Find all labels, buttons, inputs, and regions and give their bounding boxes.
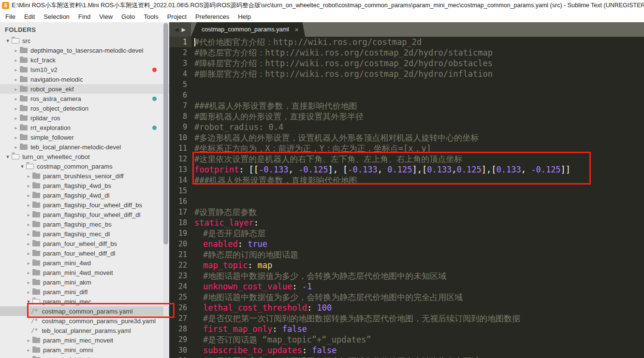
code-line-13[interactable]: 13footprint: [[-0.133, -0.125], [-0.133,… (169, 164, 644, 175)
code-line-20[interactable]: 20enabled: true (169, 239, 644, 249)
code-area[interactable]: 1#代价地图官方介绍：http://wiki.ros.org/costmap_2… (169, 37, 644, 358)
chevron-right-icon[interactable]: ▸ (26, 338, 31, 343)
code-line-3[interactable]: 3#障碍层官方介绍：http://wiki.ros.org/costmap_2d… (169, 58, 644, 69)
sidebar-scrollbar-thumb[interactable] (163, 23, 168, 244)
tree-item-param-flagship-four-wheel-diff-dl[interactable]: ▸param_flagship_four_wheel_diff_dl (0, 210, 169, 219)
tab-back-icon[interactable]: ◀ (175, 27, 178, 33)
menu-item-project[interactable]: Project (163, 12, 191, 22)
code-line-18[interactable]: 18static_layer: (169, 217, 644, 228)
code-line-27[interactable]: 27#是否仅把第一次订阅到的地图数据转换为静态层代价地图，无视后续订阅到的地图数… (169, 313, 644, 324)
tree-item-costmap-common-params-yaml[interactable]: /*costmap_common_params.yaml (0, 306, 169, 316)
tree-item-param-mini-mec-moveit[interactable]: ▸param_mini_mec_moveit (0, 335, 169, 345)
chevron-down-icon[interactable]: ▾ (19, 163, 25, 170)
chevron-right-icon[interactable]: ▸ (26, 212, 31, 217)
code-line-28[interactable]: 28first_map_only: false (169, 324, 644, 334)
code-line-6[interactable]: 6 (169, 90, 644, 100)
menu-item-preferences[interactable]: Preferences (191, 12, 234, 22)
tree-item-param-flagship-mec-bs[interactable]: ▸param_flagship_mec_bs (0, 219, 169, 229)
chevron-right-icon[interactable]: ▸ (26, 260, 31, 266)
tree-item-src[interactable]: ▾src (0, 36, 169, 45)
tree-item-param-flagship-mec-dl[interactable]: ▸param_flagship_mec_dl (0, 229, 169, 239)
code-line-23[interactable]: 23#地图话题中数据值为多少，会转换为静态层代价地图中的未知区域 (169, 271, 644, 281)
chevron-right-icon[interactable]: ▸ (13, 125, 19, 130)
tree-item-simple-follower[interactable]: ▸simple_follower (0, 132, 169, 142)
chevron-right-icon[interactable]: ▸ (26, 280, 31, 285)
chevron-right-icon[interactable]: ▸ (26, 173, 31, 179)
chevron-right-icon[interactable]: ▸ (13, 57, 19, 63)
code-line-16[interactable]: 16 (169, 196, 644, 207)
chevron-right-icon[interactable]: ▸ (13, 77, 19, 82)
tree-item-turn-on-wheeltec-robot[interactable]: ▾turn_on_wheeltec_robot (0, 152, 169, 161)
tree-item-param-mini-tank[interactable]: ▸param_mini_tank (0, 355, 169, 358)
chevron-down-icon[interactable]: ▾ (26, 299, 31, 305)
sidebar-scrollbar-track[interactable] (163, 22, 168, 358)
code-line-25[interactable]: 25#地图话题中数据值为多少，会转换为静态层代价地图中的完全占用区域 (169, 292, 644, 302)
menu-item-find[interactable]: Find (74, 12, 95, 22)
tree-item-param-mini-mec[interactable]: ▾param_mini_mec (0, 297, 169, 306)
chevron-right-icon[interactable]: ▸ (13, 144, 19, 150)
tree-item-param-flagship-four-wheel-diff-bs[interactable]: ▸param_flagship_four_wheel_diff_bs (0, 200, 169, 210)
tab-costmap-common-params-yaml[interactable]: costmap_common_params.yaml × (191, 22, 305, 37)
code-line-5[interactable]: 5 (169, 79, 644, 90)
chevron-right-icon[interactable]: ▸ (13, 96, 19, 101)
chevron-right-icon[interactable]: ▸ (26, 251, 31, 256)
tree-item-param-mini-diff[interactable]: ▸param_mini_diff (0, 287, 169, 297)
code-line-29[interactable]: 29#是否订阅话题 “map_topic”+“_updates” (169, 334, 644, 345)
tree-item-teb-local-planner-params-yaml[interactable]: /*teb_local_planner_params.yaml (0, 326, 169, 335)
chevron-right-icon[interactable]: ▸ (26, 193, 31, 198)
tree-item-param-brushless-senior-diff[interactable]: ▸param_brushless_senior_diff (0, 171, 169, 181)
code-line-15[interactable]: 15 (169, 186, 644, 196)
tree-item-ros-object-detection[interactable]: ▸ros_object_detection (0, 103, 169, 113)
code-line-21[interactable]: 21#静态层的订阅的地图话题 (169, 249, 644, 260)
code-line-31[interactable]: 31#如果设置为false，地图话题中的未知区域在代价地图中会转换为自由区域 (169, 356, 644, 358)
chevron-right-icon[interactable]: ▸ (13, 135, 19, 140)
code-line-8[interactable]: 8#圆形机器人的外形设置，直接设置其外形半径 (169, 111, 644, 122)
code-line-9[interactable]: 9#robot_radius: 0.4 (169, 122, 644, 132)
tree-item-kcf-track[interactable]: ▸kcf_track (0, 55, 169, 65)
chevron-right-icon[interactable]: ▸ (13, 86, 19, 92)
code-line-30[interactable]: 30subscribe_to_updates: false (169, 345, 644, 356)
chevron-right-icon[interactable]: ▸ (13, 115, 19, 121)
chevron-right-icon[interactable]: ▸ (13, 48, 19, 53)
menu-item-help[interactable]: Help (234, 12, 255, 22)
menu-item-view[interactable]: View (95, 12, 117, 22)
menu-item-tools[interactable]: Tools (139, 12, 162, 22)
code-line-1[interactable]: 1#代价地图官方介绍：http://wiki.ros.org/costmap_2… (169, 37, 644, 47)
tree-item-robot-pose-ekf[interactable]: ▸robot_pose_ekf (0, 84, 169, 94)
chevron-right-icon[interactable]: ▸ (26, 231, 31, 237)
chevron-right-icon[interactable]: ▸ (26, 347, 31, 353)
code-line-26[interactable]: 26lethal_cost_threshold: 100 (169, 302, 644, 313)
chevron-right-icon[interactable]: ▸ (13, 67, 19, 72)
chevron-right-icon[interactable]: ▸ (26, 202, 31, 208)
menu-item-goto[interactable]: Goto (117, 12, 139, 22)
menu-item-selection[interactable]: Selection (39, 12, 73, 22)
chevron-right-icon[interactable]: ▸ (26, 183, 31, 188)
code-line-10[interactable]: 10#多边形机器人的外形设置，设置机器人外形各顶点相对机器人旋转中心的坐标 (169, 132, 644, 143)
tree-item-ros-astra-camera[interactable]: ▸ros_astra_camera (0, 94, 169, 103)
tree-item-depthimage-to-laserscan-melodic-devel[interactable]: ▸depthimage_to_laserscan-melodic-devel (0, 45, 169, 55)
code-line-24[interactable]: 24unknown_cost_value: -1 (169, 281, 644, 292)
code-line-19[interactable]: 19#是否开启静态层 (169, 228, 644, 239)
chevron-down-icon[interactable]: ▾ (5, 154, 11, 160)
code-line-22[interactable]: 22map_topic: map (169, 260, 644, 271)
tree-item-param-four-wheel-diff-bs[interactable]: ▸param_four_wheel_diff_bs (0, 239, 169, 248)
chevron-right-icon[interactable]: ▸ (26, 289, 31, 295)
tree-item-lsm10-v2[interactable]: ▸lsm10_v2 (0, 65, 169, 74)
tree-item-rplidar-ros[interactable]: ▸rplidar_ros (0, 113, 169, 123)
code-line-2[interactable]: 2#静态层官方介绍：http://wiki.ros.org/costmap_2d… (169, 47, 644, 58)
code-line-17[interactable]: 17#设置静态层参数 (169, 207, 644, 217)
menu-item-edit[interactable]: Edit (20, 12, 39, 22)
chevron-right-icon[interactable]: ▸ (26, 270, 31, 275)
tree-item-param-flagship-4wd-bs[interactable]: ▸param_flagship_4wd_bs (0, 181, 169, 190)
code-line-4[interactable]: 4#膨胀层官方介绍：http://wiki.ros.org/costmap_2d… (169, 69, 644, 79)
tree-item-rrt-exploration[interactable]: ▸rrt_exploration (0, 123, 169, 132)
chevron-right-icon[interactable]: ▸ (26, 241, 31, 246)
tree-item-param-four-wheel-diff-dl[interactable]: ▸param_four_wheel_diff_dl (0, 248, 169, 258)
tree-item-param-mini-4wd[interactable]: ▸param_mini_4wd (0, 258, 169, 268)
chevron-right-icon[interactable]: ▸ (13, 106, 19, 111)
code-line-12[interactable]: 12#这里依次设置的是机器人的右下角、左下角、左上角、右上角的顶点坐标 (169, 154, 644, 164)
code-line-11[interactable]: 11#坐标系正方向为，X：前进为正，Y：向左为正，坐标点=[x，y] (169, 143, 644, 154)
tree-item-costmap-common-params[interactable]: ▾costmap_common_params (0, 161, 169, 171)
chevron-down-icon[interactable]: ▾ (5, 38, 11, 44)
tree-item-param-mini-omni[interactable]: ▸param_mini_omni (0, 345, 169, 355)
